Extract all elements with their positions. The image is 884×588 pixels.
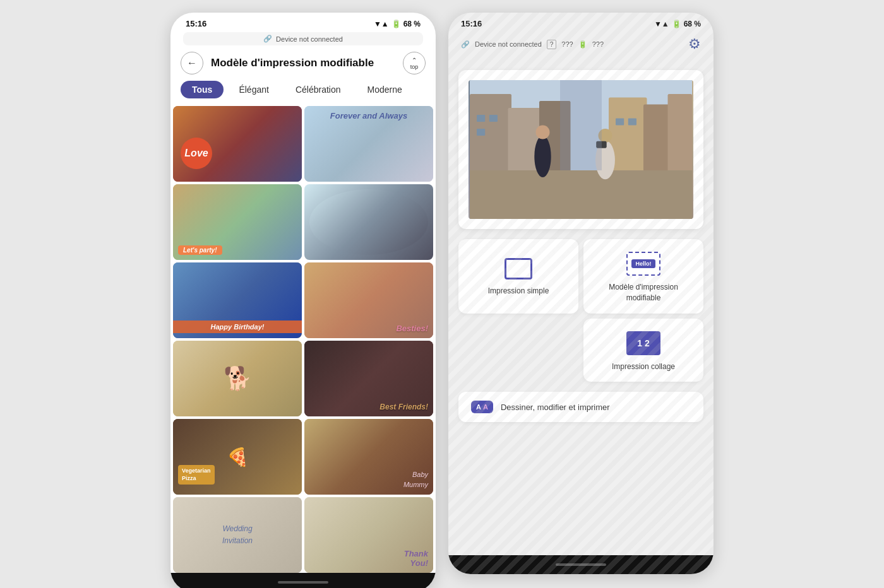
template-party[interactable]: Let's party!: [173, 184, 302, 260]
left-status-icons: ▼▲ 🔋 68 %: [374, 20, 421, 28]
svg-rect-8: [477, 115, 485, 122]
draw-label: Dessiner, modifier et imprimer: [501, 403, 610, 412]
battery-icon: 🔋: [391, 20, 401, 28]
tab-tous[interactable]: Tous: [181, 81, 224, 98]
device-status-group: 🔗 Device not connected ? ??? 🔋 ???: [461, 40, 604, 49]
wedding-label: WeddingInvitation: [222, 523, 253, 547]
tab-elegant[interactable]: Élégant: [227, 81, 280, 98]
action-card-modifiable[interactable]: Hello! Modèle d'impression modifiable: [583, 239, 703, 314]
besties-label: Besties!: [396, 324, 428, 333]
draw-a2-icon: A: [483, 403, 488, 411]
template-birthday[interactable]: Happy Birthday!: [173, 262, 302, 338]
template-bestfriends[interactable]: Best Friends!: [304, 341, 433, 416]
modifiable-icon-wrapper: Hello!: [626, 252, 660, 276]
collage-icon: 1 2: [626, 331, 660, 355]
back-button[interactable]: ←: [181, 52, 203, 74]
left-bottom-bar: [170, 573, 436, 588]
right-phone-screen: 15:16 ▼▲ 🔋 68 % 🔗 Device not connected ?…: [448, 13, 714, 574]
left-status-bar: 15:16 ▼▲ 🔋 68 %: [170, 13, 436, 32]
signal-icon-right: ▼▲: [654, 20, 669, 28]
action-cards-row-2: 1 2 Impression collage: [458, 319, 703, 382]
notification-text: Device not connected: [276, 35, 343, 43]
collage-label: Impression collage: [612, 362, 675, 372]
modifiable-label: Modèle d'impression modifiable: [591, 282, 696, 303]
action-card-collage[interactable]: 1 2 Impression collage: [583, 319, 703, 382]
battery-icon-right: 🔋: [672, 20, 681, 28]
party-label: Let's party!: [178, 245, 222, 255]
thankyou-label: ThankYou!: [404, 549, 428, 568]
left-time: 15:16: [186, 19, 206, 28]
right-time: 15:16: [461, 19, 482, 28]
home-indicator: [278, 581, 328, 584]
action-card-simple[interactable]: Impression simple: [458, 239, 578, 314]
svg-point-13: [534, 136, 551, 177]
street-scene-svg: [469, 80, 693, 219]
simple-print-label: Impression simple: [488, 286, 549, 297]
top-button[interactable]: ⌃ top: [403, 52, 426, 74]
simple-print-icon: [505, 258, 532, 279]
forever-label: Forever and Always: [304, 111, 433, 121]
battery-percent: 68 %: [403, 20, 421, 28]
photo-preview-card: [458, 70, 703, 229]
svg-rect-9: [489, 115, 498, 122]
template-thankyou[interactable]: ThankYou!: [304, 497, 433, 573]
simple-print-icon-wrapper: [505, 258, 532, 279]
birthday-label: Happy Birthday!: [173, 320, 302, 333]
template-wedding[interactable]: WeddingInvitation: [173, 497, 302, 573]
app-header: ← Modèle d'impression modifiable ⌃ top: [170, 45, 436, 81]
right-status-bar: 15:16 ▼▲ 🔋 68 %: [448, 13, 714, 32]
hello-badge: Hello!: [631, 259, 655, 268]
right-status-icons: ▼▲ 🔋 68 %: [654, 20, 701, 28]
bluetooth-icon-right: 🔗: [461, 40, 470, 49]
tab-celebration[interactable]: Célébration: [284, 81, 352, 98]
battery-percent-right: 68 %: [684, 20, 701, 28]
device-bar: 🔗 Device not connected ? ??? 🔋 ??? ⚙: [448, 32, 714, 60]
device-query-text: ???: [561, 40, 573, 48]
svg-rect-7: [470, 170, 692, 219]
modifiable-outer-icon: Hello!: [626, 252, 660, 276]
collage-num-1: 1: [637, 338, 642, 348]
settings-gear-icon[interactable]: ⚙: [688, 36, 701, 52]
svg-rect-11: [616, 119, 624, 126]
template-grid: Love Forever and Always Let's party! Hap…: [170, 106, 436, 573]
pizza-label: VegetarianPizza: [178, 465, 215, 485]
device-label: Device not connected: [475, 40, 542, 48]
svg-rect-18: [560, 80, 602, 170]
notification-bar: 🔗 Device not connected: [183, 32, 423, 45]
right-content-area: Impression simple Hello! Modèle d'impres…: [448, 60, 714, 555]
left-phone-screen: 15:16 ▼▲ 🔋 68 % 🔗 Device not connected ←…: [170, 13, 436, 588]
template-love[interactable]: Love: [173, 106, 302, 182]
right-bottom-bar: [448, 555, 714, 574]
template-besties[interactable]: Besties!: [304, 262, 433, 338]
tab-moderne[interactable]: Moderne: [356, 81, 414, 98]
photo-preview-image: [469, 80, 693, 219]
top-arrow-icon: ⌃: [412, 57, 417, 64]
template-forever[interactable]: Forever and Always: [304, 106, 433, 182]
top-label: top: [410, 64, 419, 70]
bluetooth-icon: 🔗: [263, 35, 272, 43]
svg-rect-10: [477, 129, 485, 136]
battery-query-text: ???: [592, 40, 604, 48]
template-winter[interactable]: [304, 184, 433, 260]
bestfriends-label: Best Friends!: [379, 403, 428, 411]
template-pizza[interactable]: 🍕 VegetarianPizza: [173, 419, 302, 495]
template-baby[interactable]: BabyMummy: [304, 419, 433, 495]
baby-label: BabyMummy: [403, 470, 428, 490]
action-section: Impression simple Hello! Modèle d'impres…: [458, 239, 703, 382]
signal-icon: ▼▲: [374, 20, 389, 28]
svg-point-14: [536, 126, 550, 139]
device-query-icon: ?: [547, 40, 557, 49]
action-card-draw[interactable]: A A Dessiner, modifier et imprimer: [458, 392, 703, 422]
svg-rect-12: [628, 119, 636, 126]
page-title: Modèle d'impression modifiable: [211, 57, 395, 69]
action-cards-row: Impression simple Hello! Modèle d'impres…: [458, 239, 703, 314]
battery-query-icon: 🔋: [578, 40, 587, 49]
draw-icon: A A: [471, 401, 493, 413]
right-home-indicator: [556, 563, 606, 566]
filter-tabs: Tous Élégant Célébration Moderne: [170, 81, 436, 106]
love-label: Love: [181, 138, 212, 169]
draw-a-icon: A: [476, 403, 481, 411]
collage-num-2: 2: [645, 338, 650, 348]
template-dog[interactable]: 🐕: [173, 341, 302, 416]
